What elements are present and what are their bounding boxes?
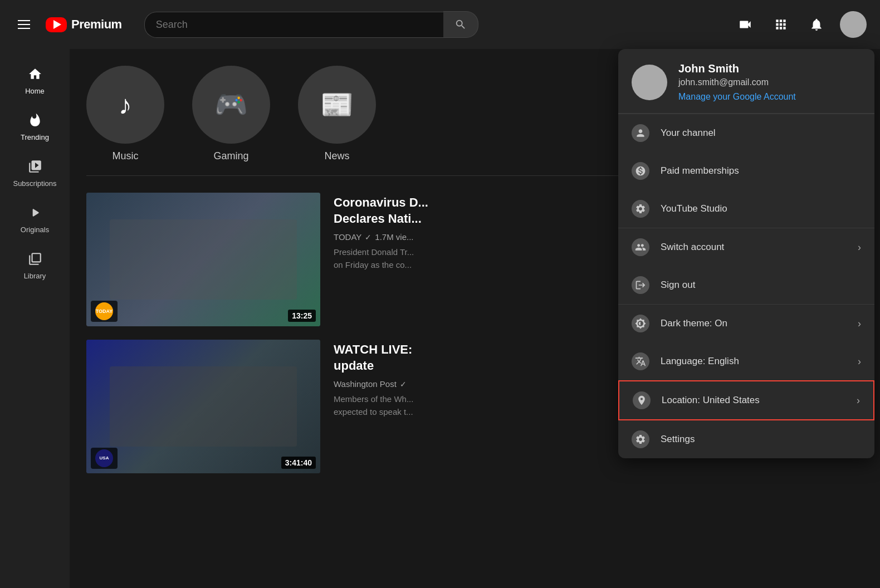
dropdown-item-sign-out[interactable]: Sign out: [618, 266, 874, 304]
language-label: Language: English: [661, 356, 847, 367]
location-label: Location: United States: [662, 395, 845, 406]
location-icon: [633, 391, 651, 409]
switch-account-arrow: ›: [858, 242, 861, 253]
dropdown-item-location[interactable]: Location: United States ›: [618, 380, 874, 420]
sign-out-icon: [632, 276, 649, 294]
dark-theme-label: Dark theme: On: [661, 318, 847, 329]
location-arrow: ›: [857, 395, 860, 406]
switch-account-label: Switch account: [661, 242, 847, 253]
dropdown-item-your-channel[interactable]: Your channel: [618, 114, 874, 152]
dropdown-user-email: john.smith@gmail.com: [678, 77, 796, 87]
paid-memberships-label: Paid memberships: [661, 165, 861, 177]
paid-memberships-icon: [632, 162, 649, 180]
dropdown-user-info: John Smith john.smith@gmail.com Manage y…: [678, 62, 796, 102]
your-channel-label: Your channel: [661, 128, 861, 139]
your-channel-icon: [632, 124, 649, 142]
dropdown-item-paid-memberships[interactable]: Paid memberships: [618, 152, 874, 190]
dropdown-item-language[interactable]: Language: English ›: [618, 342, 874, 380]
language-icon: [632, 352, 649, 370]
settings-icon: [632, 430, 649, 448]
dark-theme-arrow: ›: [858, 318, 861, 330]
youtube-studio-label: YouTube Studio: [661, 203, 861, 214]
dropdown-avatar: [632, 65, 667, 100]
dropdown-item-switch-account[interactable]: Switch account ›: [618, 228, 874, 266]
dropdown-item-dark-theme[interactable]: Dark theme: On ›: [618, 305, 874, 342]
youtube-studio-icon: [632, 200, 649, 218]
dark-theme-icon: [632, 315, 649, 332]
dropdown-user-name: John Smith: [678, 62, 796, 75]
dropdown-item-settings[interactable]: Settings: [618, 420, 874, 458]
dropdown-item-youtube-studio[interactable]: YouTube Studio: [618, 190, 874, 228]
sign-out-label: Sign out: [661, 280, 861, 291]
dropdown-header: John Smith john.smith@gmail.com Manage y…: [618, 49, 874, 114]
language-arrow: ›: [858, 356, 861, 367]
manage-google-account-link[interactable]: Manage your Google Account: [678, 92, 796, 102]
dropdown-menu: John Smith john.smith@gmail.com Manage y…: [618, 49, 874, 458]
switch-account-icon: [632, 238, 649, 256]
settings-label: Settings: [661, 434, 861, 445]
